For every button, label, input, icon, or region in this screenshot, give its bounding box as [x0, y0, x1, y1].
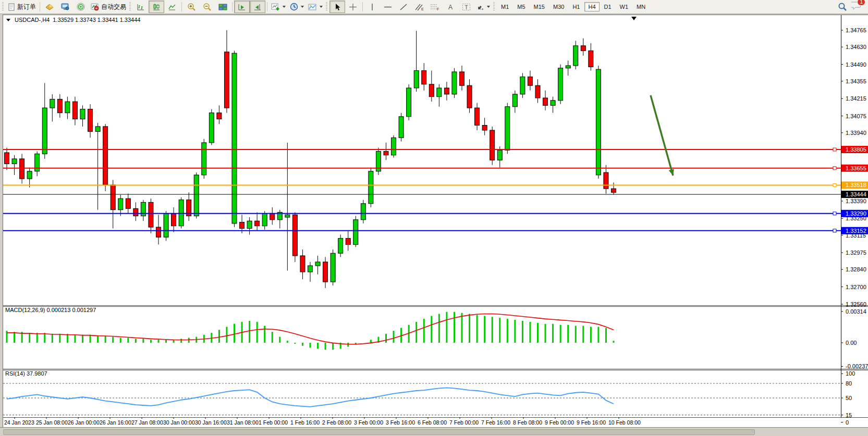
- bar-chart-icon: [137, 3, 145, 11]
- hline-handle[interactable]: [833, 212, 836, 215]
- arrows-icon: [476, 3, 484, 11]
- price-tick-label: 1.33390: [846, 198, 866, 204]
- time-axis-label: 10 Feb 08:00: [608, 419, 641, 426]
- bull-candle: [50, 99, 55, 108]
- zoom-out-icon: [203, 3, 212, 11]
- text-tool-button[interactable]: A: [443, 1, 458, 13]
- bull-candle: [520, 77, 525, 94]
- timeframe-button-m15[interactable]: M15: [530, 2, 548, 11]
- bear-candle: [490, 130, 495, 160]
- time-axis-label: 2 Feb 08:00: [322, 419, 351, 426]
- auto-scroll-button[interactable]: [234, 1, 250, 13]
- horizontal-line-tool-button[interactable]: [380, 1, 396, 13]
- bear-candle: [217, 113, 222, 119]
- candle-chart-mode-button[interactable]: [149, 1, 164, 13]
- bull-candle: [399, 117, 404, 138]
- price-tick-label: 1.32560: [846, 301, 866, 307]
- new-order-button[interactable]: 新订单: [6, 1, 38, 13]
- ohlc-values: 1.33529 1.33743 1.33441 1.33444: [53, 17, 140, 23]
- time-axis-label: 1 Feb 16:00: [290, 419, 320, 426]
- time-axis-label: 30 Jan 00:00: [163, 419, 195, 426]
- crosshair-tool-button[interactable]: [345, 1, 361, 13]
- rsi-axis-label: 0: [846, 419, 849, 426]
- bull-candle: [202, 143, 206, 175]
- bull-candle: [573, 46, 578, 66]
- timeframe-button-m5[interactable]: M5: [514, 2, 529, 11]
- svg-text:A: A: [448, 4, 453, 11]
- bar-chart-mode-button[interactable]: [133, 1, 149, 13]
- bear-candle: [581, 46, 585, 51]
- search-icon[interactable]: [838, 2, 847, 11]
- zoom-in-button[interactable]: [184, 1, 199, 13]
- hline-handle[interactable]: [833, 183, 836, 186]
- bull-candle: [27, 171, 32, 179]
- dropdown-caret: [487, 6, 490, 8]
- auto-trading-button[interactable]: 自动交易: [89, 1, 128, 13]
- horizontal-lines: 1.338051.336551.335181.334441.332901.331…: [3, 146, 868, 234]
- hline-handle[interactable]: [833, 229, 836, 232]
- periods-button[interactable]: [288, 1, 306, 13]
- text-label-tool-button[interactable]: T: [458, 1, 474, 13]
- terminal-button[interactable]: [57, 1, 73, 13]
- vertical-line-icon: [369, 3, 375, 11]
- bear-candle: [111, 185, 115, 210]
- svg-text:F: F: [437, 7, 439, 11]
- templates-button[interactable]: [306, 1, 325, 13]
- notifications-button[interactable]: 1: [851, 1, 862, 13]
- hline-handle[interactable]: [833, 148, 836, 151]
- chart-title: USDCAD-,H4 1.33529 1.33743 1.33441 1.334…: [6, 17, 140, 23]
- new-chart-button[interactable]: [269, 1, 288, 13]
- timeframe-button-m1[interactable]: M1: [497, 2, 512, 11]
- toolbar: 新订单: [0, 0, 868, 14]
- time-axis-label: 31 Jan 08:00: [227, 419, 259, 426]
- price-label-text: 1.33805: [846, 146, 866, 153]
- cursor-tool-button[interactable]: [329, 1, 345, 13]
- time-axis-label: 25 Jan 08:00: [36, 419, 68, 426]
- arrow-annotation[interactable]: [651, 95, 674, 176]
- bull-candle: [392, 138, 396, 155]
- timeframe-button-mn[interactable]: MN: [633, 2, 649, 11]
- vertical-line-tool-button[interactable]: [364, 1, 380, 13]
- zoom-out-button[interactable]: [199, 1, 215, 13]
- mt4-application: 新订单: [0, 0, 868, 436]
- channel-tool-button[interactable]: E: [411, 1, 427, 13]
- signals-button[interactable]: [73, 1, 89, 13]
- chart-shift-marker[interactable]: [631, 17, 637, 20]
- signal-icon: [77, 3, 85, 11]
- rsi-pane: 1008050150: [3, 370, 855, 425]
- bear-candle: [126, 198, 130, 208]
- clock-icon: [290, 3, 298, 11]
- candlestick-icon: [152, 3, 161, 11]
- timeframe-button-h1[interactable]: H1: [569, 2, 583, 11]
- bear-candle: [535, 85, 540, 98]
- trendline-tool-button[interactable]: [396, 1, 411, 13]
- text-icon: A: [447, 3, 454, 11]
- bear-candle: [429, 84, 434, 97]
- timeframe-button-h4[interactable]: H4: [584, 2, 599, 11]
- tile-windows-icon: [218, 3, 227, 11]
- tile-windows-button[interactable]: [215, 1, 230, 13]
- fibonacci-tool-button[interactable]: F: [427, 1, 443, 13]
- bear-candle: [528, 77, 532, 85]
- timeframe-button-m30[interactable]: M30: [549, 2, 568, 11]
- scrollbar-thumb[interactable]: [3, 429, 755, 435]
- bull-candle: [452, 72, 457, 94]
- timeframe-button-w1[interactable]: W1: [616, 2, 632, 11]
- market-watch-button[interactable]: [42, 1, 57, 13]
- hline-handle[interactable]: [833, 167, 836, 170]
- time-axis-label: 27 Jan 08:00: [131, 419, 163, 426]
- bear-candle: [384, 152, 388, 155]
- macd-axis-label: 0.00314: [846, 308, 866, 315]
- chart-shift-button[interactable]: [250, 1, 265, 13]
- timeframe-button-d1[interactable]: D1: [601, 2, 615, 11]
- bull-candle: [407, 88, 411, 117]
- line-chart-mode-button[interactable]: [164, 1, 180, 13]
- collapse-triangle-icon[interactable]: [6, 19, 10, 21]
- bull-candle: [414, 71, 419, 88]
- bear-candle: [156, 227, 161, 237]
- time-axis[interactable]: 24 Jan 202325 Jan 08:0026 Jan 00:0026 Ja…: [4, 417, 641, 426]
- chart-canvas[interactable]: 1.347651.346301.344901.343551.342151.340…: [3, 15, 868, 428]
- macd-axis-label: 0.00: [846, 340, 857, 346]
- arrows-tool-button[interactable]: [474, 1, 492, 13]
- bull-candle: [361, 204, 365, 220]
